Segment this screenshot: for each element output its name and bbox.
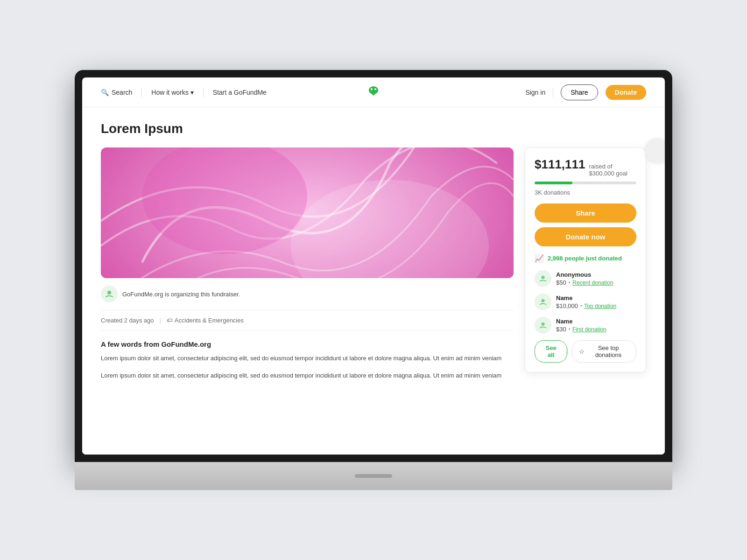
- left-column: GoFundMe.org is organizing this fundrais…: [101, 147, 514, 388]
- nav-divider-2: [203, 88, 204, 97]
- donors-list: Anonymous $50 · Recent donation: [535, 270, 636, 334]
- donor-avatar-0: [535, 270, 551, 287]
- donor-amount-badge-2: $30 · First donation: [556, 325, 606, 333]
- svg-point-7: [541, 299, 544, 302]
- search-label: Search: [112, 89, 132, 96]
- start-gofundme-nav[interactable]: Start a GoFundMe: [213, 89, 267, 96]
- meta-divider: |: [159, 317, 161, 324]
- trending-text: 2,998 people just donated: [548, 255, 622, 262]
- star-icon: ☆: [579, 348, 585, 355]
- nav-right: Sign in Share Donate: [525, 84, 646, 100]
- donation-card: $111,111 raised of $300,000 goal 3K dona…: [525, 147, 646, 372]
- campaign-image: [101, 147, 514, 278]
- donor-item-0: Anonymous $50 · Recent donation: [535, 270, 636, 287]
- how-it-works-nav[interactable]: How it works ▾: [151, 89, 193, 96]
- svg-point-0: [371, 88, 373, 90]
- donor-amount-1: $10,000: [556, 302, 578, 309]
- how-label: How it works: [151, 89, 188, 96]
- see-top-label: See top donations: [587, 344, 629, 358]
- donor-badge-1[interactable]: Top donation: [584, 303, 616, 309]
- donor-name-2: Name: [556, 318, 606, 325]
- donor-info-2: Name $30 · First donation: [556, 318, 606, 333]
- tag-icon: 🏷: [167, 317, 173, 324]
- goal-text: raised of $300,000 goal: [589, 163, 636, 177]
- donor-amount-0: $50: [556, 279, 566, 286]
- donations-count: 3K donations: [535, 189, 636, 196]
- donor-badge-0[interactable]: Recent donation: [572, 280, 613, 286]
- amount-row: $111,111 raised of $300,000 goal: [535, 157, 636, 177]
- search-icon: 🔍: [101, 89, 109, 96]
- svg-point-5: [107, 291, 111, 294]
- created-date: Created 2 days ago: [101, 317, 154, 324]
- progress-fill: [535, 182, 572, 184]
- page-title: Lorem Ipsum: [101, 121, 646, 136]
- donor-info-1: Name $10,000 · Top donation: [556, 294, 616, 310]
- svg-point-8: [541, 322, 544, 326]
- organizer-text: GoFundMe.org is organizing this fundrais…: [122, 291, 240, 298]
- laptop-notch: [355, 474, 392, 478]
- donor-separator-2: ·: [568, 325, 572, 333]
- signin-button[interactable]: Sign in: [525, 89, 545, 96]
- category-text: Accidents & Emergencies: [175, 317, 244, 324]
- nav-divider-3: [553, 88, 553, 97]
- description-paragraph-1: Lorem ipsum dolor sit amet, consectetur …: [101, 354, 514, 364]
- donor-amount-2: $30: [556, 326, 566, 333]
- description-heading: A few words from GoFundMe.org: [101, 340, 514, 348]
- nav-donate-button[interactable]: Donate: [606, 85, 646, 100]
- description-paragraph-2: Lorem ipsum dolor sit amet, consectetur …: [101, 371, 514, 381]
- trending-icon: 📈: [535, 254, 544, 263]
- card-footer: See all ☆ See top donations: [535, 340, 636, 363]
- category-tag: 🏷 Accidents & Emergencies: [167, 317, 244, 324]
- logo[interactable]: [366, 84, 381, 100]
- main-content: Lorem Ipsum: [82, 107, 665, 455]
- meta-row: Created 2 days ago | 🏷 Accidents & Emerg…: [101, 310, 514, 331]
- donor-amount-badge-0: $50 · Recent donation: [556, 278, 613, 287]
- donor-badge-2[interactable]: First donation: [572, 326, 606, 333]
- donor-item-1: Name $10,000 · Top donation: [535, 294, 636, 310]
- card-share-button[interactable]: Share: [535, 203, 636, 223]
- card-donate-button[interactable]: Donate now: [535, 227, 636, 246]
- see-top-donations-button[interactable]: ☆ See top donations: [572, 340, 636, 363]
- search-nav[interactable]: 🔍 Search: [101, 89, 132, 96]
- donor-avatar-1: [535, 294, 551, 310]
- nav-divider-1: [141, 88, 142, 97]
- floating-button[interactable]: [645, 138, 665, 162]
- donor-name-0: Anonymous: [556, 271, 613, 278]
- raised-amount: $111,111: [535, 157, 585, 172]
- svg-point-6: [541, 276, 544, 279]
- svg-point-1: [374, 88, 376, 90]
- organizer-row: GoFundMe.org is organizing this fundrais…: [101, 286, 514, 310]
- donor-name-1: Name: [556, 294, 616, 301]
- donor-amount-badge-1: $10,000 · Top donation: [556, 301, 616, 310]
- donor-separator-0: ·: [568, 278, 572, 286]
- laptop-base: [75, 462, 672, 490]
- donor-item-2: Name $30 · First donation: [535, 317, 636, 334]
- see-all-button[interactable]: See all: [535, 340, 567, 363]
- chevron-down-icon: ▾: [190, 89, 194, 96]
- image-inner: [101, 147, 514, 278]
- content-area: GoFundMe.org is organizing this fundrais…: [101, 147, 646, 388]
- start-label: Start a GoFundMe: [213, 89, 267, 96]
- right-column: $111,111 raised of $300,000 goal 3K dona…: [525, 147, 646, 372]
- navigation: 🔍 Search How it works ▾ Start a GoFundMe: [82, 77, 665, 107]
- donor-separator-1: ·: [580, 301, 584, 309]
- donor-avatar-2: [535, 317, 551, 334]
- nav-share-button[interactable]: Share: [561, 84, 598, 100]
- donor-info-0: Anonymous $50 · Recent donation: [556, 271, 613, 287]
- organizer-avatar: [101, 286, 118, 302]
- description-section: A few words from GoFundMe.org Lorem ipsu…: [101, 340, 514, 381]
- trending-row: 📈 2,998 people just donated: [535, 254, 636, 263]
- nav-left: 🔍 Search How it works ▾ Start a GoFundMe: [101, 88, 267, 97]
- progress-bar: [535, 182, 636, 184]
